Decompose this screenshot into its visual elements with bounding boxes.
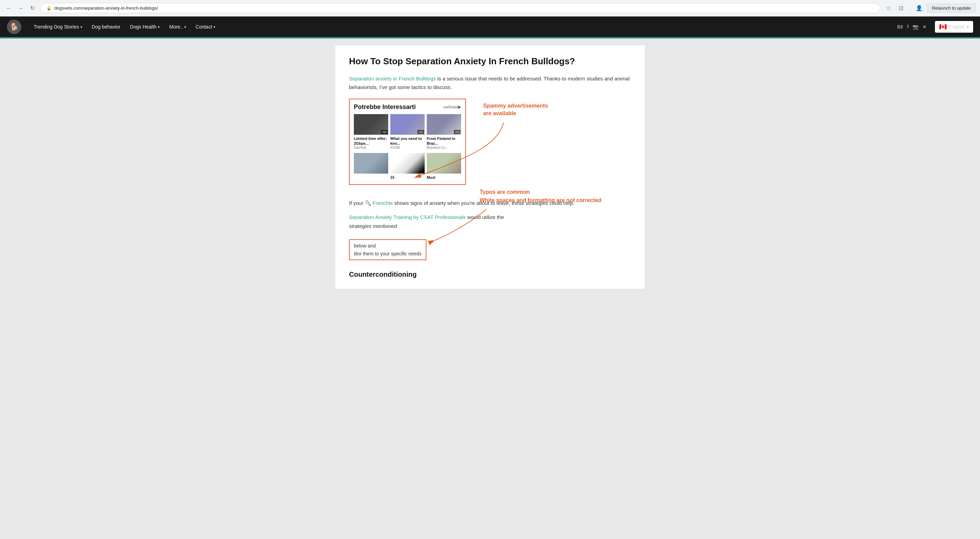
ad-image-1: AD	[354, 114, 388, 135]
typo-box: below and tilor them to your specific ne…	[349, 239, 426, 260]
ad-image-4	[354, 153, 388, 173]
ad-item-2[interactable]: AD What you need to kno... POSB	[390, 114, 425, 150]
ad-title: Potrebbe Interessarti	[354, 103, 416, 111]
ad-item-title-2: What you need to kno...	[390, 136, 425, 146]
profile-icon[interactable]: 👤	[914, 3, 924, 13]
browser-chrome: ← → ↻ 🔒 dogsvets.com/separation-anxiety-…	[0, 0, 980, 16]
ad-image-2: AD	[390, 114, 425, 135]
ad-item-source-3: Branded Co...	[427, 146, 461, 149]
content-area: How To Stop Separation Anxiety In French…	[335, 45, 645, 289]
extensions-icon[interactable]: ⊡	[896, 3, 906, 13]
ad-grid-bottom: 15 Musl	[354, 153, 461, 180]
site-logo[interactable]: 🐕	[7, 20, 21, 34]
address-bar[interactable]: 🔒 dogsvets.com/separation-anxiety-in-fre…	[41, 3, 880, 13]
typo-line1: below and	[354, 242, 422, 250]
typo-line2: tilor them to your specific needs	[354, 250, 422, 258]
ad-badge-1: AD	[381, 130, 388, 134]
ad-header: Potrebbe Interessarti outbrain|▶	[354, 103, 461, 111]
flag-icon: 🇨🇦	[939, 23, 947, 30]
ad-item-source-1: StarHub	[354, 146, 388, 149]
ad-item-source-2: POSB	[390, 146, 425, 149]
lock-icon: 🔒	[46, 6, 52, 11]
bookmark-icon[interactable]: ☆	[884, 3, 893, 13]
ad-badge-2: AD	[417, 130, 424, 134]
back-button[interactable]: ←	[4, 3, 14, 13]
divider	[910, 4, 910, 13]
url-text: dogsvets.com/separation-anxiety-in-frenc…	[54, 5, 158, 11]
ad-image-5	[390, 153, 425, 173]
ad-item-title-3: From Finland to Braz...	[427, 136, 461, 146]
chevron-icon: ▾	[81, 25, 82, 29]
nav-contact[interactable]: Contact ▾	[191, 21, 220, 32]
language-label: English	[949, 24, 964, 30]
article-intro: Separation anxiety in French Bulldogs is…	[349, 74, 631, 92]
nav-buttons: ← → ↻	[4, 3, 37, 13]
main-wrapper: How To Stop Separation Anxiety In French…	[0, 38, 980, 296]
relaunch-button[interactable]: Relaunch to update	[927, 3, 976, 13]
chevron-icon: ▾	[213, 25, 215, 29]
nav-items: Trending Dog Stories ▾ Dog behavior Dogs…	[30, 21, 897, 32]
ad-item-1[interactable]: AD Limited time offer: 2Gbps... StarHub	[354, 114, 388, 150]
chevron-down-icon: ▾	[967, 24, 969, 30]
chevron-icon: ▾	[184, 25, 186, 29]
ad-badge-3: AD	[454, 130, 460, 134]
language-selector[interactable]: 🇨🇦 English ▾	[935, 21, 973, 33]
social-instagram[interactable]: 📷	[913, 24, 918, 30]
nav-behavior[interactable]: Dog behavior	[88, 21, 124, 32]
article-title: How To Stop Separation Anxiety In French…	[349, 56, 631, 67]
ad-container: Potrebbe Interessarti outbrain|▶ AD Limi…	[349, 99, 466, 185]
ad-item-title-1: Limited time offer: 2Gbps...	[354, 136, 388, 146]
forward-button[interactable]: →	[16, 3, 25, 13]
ad-grid-top: AD Limited time offer: 2Gbps... StarHub …	[354, 114, 461, 150]
ad-item-title-6: Musl	[427, 175, 461, 180]
chevron-icon: ▾	[158, 25, 159, 29]
csat-link[interactable]: Separation Anxiety Training by CSAT Prof…	[349, 214, 466, 220]
ad-item-3[interactable]: AD From Finland to Braz... Branded Co...	[427, 114, 461, 150]
browser-actions: ☆ ⊡ 👤 Relaunch to update	[884, 3, 976, 13]
reload-button[interactable]: ↻	[27, 3, 37, 13]
social-behance[interactable]: Bē	[897, 24, 903, 30]
ad-item-4[interactable]	[354, 153, 388, 180]
nav-social: Bē f 📷 ✕ 🇨🇦 English ▾	[897, 21, 973, 33]
outer-wrapper: How To Stop Separation Anxiety In French…	[249, 45, 731, 289]
nav-health[interactable]: Dogs Health ▾	[126, 21, 164, 32]
typos-arrow	[431, 230, 500, 258]
social-x[interactable]: ✕	[923, 24, 927, 30]
article-link2-paragraph: Separation Anxiety Training by CSAT Prof…	[349, 213, 514, 230]
intro-link[interactable]: Separation anxiety in French Bulldogs	[349, 76, 436, 81]
ad-image-3: AD	[427, 114, 461, 135]
section-heading: Counterconditioning	[349, 270, 631, 278]
ad-brand: outbrain|▶	[444, 105, 461, 110]
frenchie-link[interactable]: Frenchie	[373, 200, 393, 206]
ad-image-6	[427, 153, 461, 173]
typos-annotation: Typos are commonWhite spaces and formatt…	[480, 188, 601, 205]
nav-trending[interactable]: Trending Dog Stories ▾	[30, 21, 86, 32]
social-facebook[interactable]: f	[907, 24, 908, 30]
spammy-arrow	[476, 99, 579, 195]
nav-more[interactable]: More.. ▾	[165, 21, 190, 32]
site-nav: 🐕 Trending Dog Stories ▾ Dog behavior Do…	[0, 16, 980, 37]
